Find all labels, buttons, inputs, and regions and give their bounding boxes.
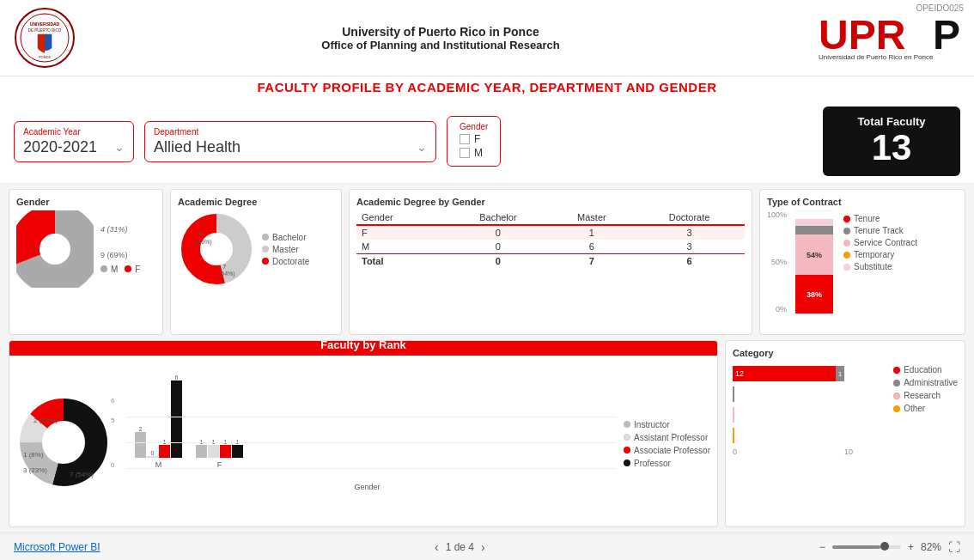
zoom-plus[interactable]: + bbox=[908, 541, 914, 553]
bar-38-label: 38% bbox=[807, 290, 822, 299]
svg-text:3 (23%): 3 (23%) bbox=[23, 466, 47, 474]
svg-text:P: P bbox=[933, 13, 960, 58]
cat-axis-0: 0 bbox=[733, 447, 737, 456]
svg-text:2 (15%): 2 (15%) bbox=[33, 417, 58, 424]
contract-chart-title: Type of Contract bbox=[767, 197, 958, 207]
other-cat-legend: Other bbox=[904, 404, 925, 413]
row-m-master: 6 bbox=[550, 240, 634, 254]
total-faculty-value: 13 bbox=[840, 128, 943, 167]
department-filter[interactable]: Department Allied Health ⌄ bbox=[144, 121, 436, 162]
associate-prof-legend: Associate Professor bbox=[634, 446, 710, 455]
col-master-header: Master bbox=[550, 210, 634, 225]
administrative-cat-legend: Administrative bbox=[904, 378, 958, 387]
row-f-doctorate: 3 bbox=[634, 225, 745, 240]
temporary-legend: Temporary bbox=[854, 250, 894, 259]
degree-gender-title: Academic Degree by Gender bbox=[356, 197, 745, 207]
gender-chart: Gender 4 (31%) 9 (69%) M bbox=[9, 189, 163, 335]
row-total-doctorate: 6 bbox=[634, 254, 745, 269]
row-f-bachelor: 0 bbox=[447, 225, 550, 240]
professor-legend: Professor bbox=[634, 459, 671, 468]
powerbi-link[interactable]: Microsoft Power BI bbox=[14, 541, 100, 553]
substitute-legend: Substitute bbox=[854, 262, 892, 271]
education-cat-legend: Education bbox=[904, 365, 941, 374]
total-faculty-card: Total Faculty 13 bbox=[823, 107, 960, 176]
gender-f-legend: F bbox=[135, 265, 140, 274]
svg-text:(54%): (54%) bbox=[219, 271, 235, 277]
bar-54-label: 54% bbox=[807, 251, 822, 259]
tenure-track-legend: Tenure Track bbox=[854, 226, 904, 235]
rank-chart-header: Faculty by Rank bbox=[9, 340, 718, 356]
row-total-label: Total bbox=[356, 254, 447, 269]
academic-year-value: 2020-2021 bbox=[23, 138, 97, 156]
svg-text:UNIVERSIDAD: UNIVERSIDAD bbox=[30, 21, 60, 27]
instructor-legend: Instructor bbox=[634, 420, 670, 429]
tenure-legend: Tenure bbox=[854, 214, 880, 223]
rank-chart: Faculty by Rank bbox=[9, 340, 718, 527]
svg-text:6: 6 bbox=[199, 230, 204, 238]
svg-text:UPR: UPR bbox=[819, 13, 905, 58]
category-chart-title: Category bbox=[733, 348, 958, 358]
page-subtitle: FACULTY PROFILE BY ACADEMIC YEAR, DEPART… bbox=[257, 80, 716, 94]
cat-axis-10: 10 bbox=[844, 447, 853, 456]
axis-0: 0% bbox=[767, 305, 787, 313]
gender-m-legend: M bbox=[111, 265, 118, 274]
education-value: 12 bbox=[733, 369, 744, 378]
total-faculty-label: Total Faculty bbox=[840, 115, 943, 128]
zoom-level: 82% bbox=[921, 541, 941, 553]
svg-text:PONCE: PONCE bbox=[39, 55, 52, 59]
contract-chart: Type of Contract 100% 50% 0% bbox=[759, 189, 965, 335]
gender-f-checkbox[interactable] bbox=[460, 134, 470, 144]
svg-point-22 bbox=[45, 423, 82, 461]
gender-filter: Gender F M bbox=[447, 116, 501, 167]
svg-text:(46%): (46%) bbox=[196, 239, 212, 246]
admin-small-value: 1 bbox=[838, 370, 842, 378]
assistant-prof-legend: Assistant Professor bbox=[634, 433, 708, 442]
row-f-master: 1 bbox=[550, 225, 634, 240]
academic-year-label: Academic Year bbox=[23, 127, 125, 137]
department-label: Department bbox=[154, 127, 427, 137]
row-m-doctorate: 3 bbox=[634, 240, 745, 254]
svg-point-10 bbox=[40, 234, 70, 265]
degree-doctorate-legend: Doctorate bbox=[272, 257, 309, 266]
svg-text:7: 7 bbox=[222, 263, 227, 271]
service-contract-legend: Service Contract bbox=[854, 238, 917, 247]
degree-chart-title: Academic Degree bbox=[178, 197, 334, 207]
row-total-bachelor: 0 bbox=[447, 254, 550, 269]
axis-100: 100% bbox=[767, 210, 787, 219]
row-total-master: 7 bbox=[550, 254, 634, 269]
gender-filter-label: Gender bbox=[460, 122, 488, 131]
gender-f-label: F bbox=[474, 133, 480, 145]
row-m-gender: M bbox=[356, 240, 447, 254]
gender-axis-label: Gender bbox=[118, 483, 617, 491]
degree-gender-chart: Academic Degree by Gender Gender Bachelo… bbox=[349, 189, 752, 335]
uprp-logo: UPR P Universidad de Puerto Rico en Ponc… bbox=[806, 13, 960, 63]
academic-year-chevron: ⌄ bbox=[114, 140, 125, 154]
svg-text:1 (8%): 1 (8%) bbox=[23, 451, 44, 459]
department-value: Allied Health bbox=[154, 138, 240, 156]
svg-text:7 (54%): 7 (54%) bbox=[70, 471, 94, 478]
page-info: 1 de 4 bbox=[446, 541, 474, 553]
col-doctorate-header: Doctorate bbox=[634, 210, 745, 225]
gender-m-label: M bbox=[474, 147, 483, 159]
opeido-label: OPEIDO025 bbox=[916, 3, 964, 13]
row-m-bachelor: 0 bbox=[447, 240, 550, 254]
axis-50: 50% bbox=[767, 258, 787, 266]
degree-bachelor-legend: Bachelor bbox=[272, 233, 306, 242]
university-seal: UNIVERSIDAD DE PUERTO RICO PONCE bbox=[14, 7, 76, 69]
row-f-gender: F bbox=[356, 225, 447, 240]
col-gender-header: Gender bbox=[356, 210, 447, 225]
prev-page-button[interactable]: ‹ bbox=[435, 540, 439, 554]
gender-chart-title: Gender bbox=[16, 197, 155, 207]
department-chevron: ⌄ bbox=[417, 140, 427, 154]
zoom-minus[interactable]: − bbox=[819, 541, 825, 553]
category-chart: Category 12 1 bbox=[725, 340, 965, 527]
next-page-button[interactable]: › bbox=[481, 540, 485, 554]
gender-m-checkbox[interactable] bbox=[460, 148, 470, 158]
degree-chart: Academic Degree 6 (46%) 7 (54%) Bachelor bbox=[170, 189, 342, 335]
expand-icon[interactable]: ⛶ bbox=[948, 540, 960, 554]
degree-master-legend: Master bbox=[272, 245, 299, 254]
header-title1: University of Puerto Rico in Ponce bbox=[76, 25, 806, 39]
academic-year-filter[interactable]: Academic Year 2020-2021 ⌄ bbox=[14, 121, 134, 162]
col-bachelor-header: Bachelor bbox=[447, 210, 550, 225]
svg-text:DE PUERTO RICO: DE PUERTO RICO bbox=[28, 28, 62, 33]
